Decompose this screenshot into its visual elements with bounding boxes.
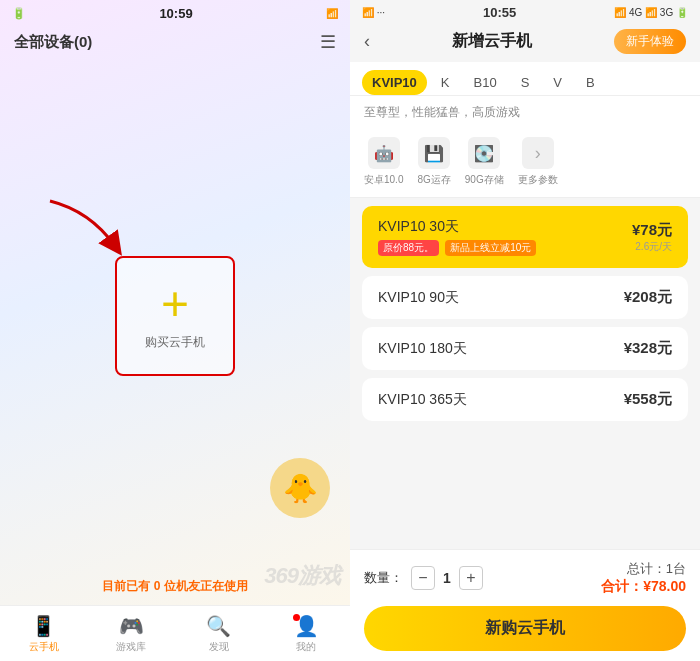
android-label: 安卓10.0: [364, 173, 403, 187]
right-title: 新增云手机: [452, 31, 532, 52]
notification-dot: [293, 614, 300, 621]
right-status-bar: 📶 ··· 10:55 📶 4G 📶 3G 🔋: [350, 0, 700, 23]
plan-30days-price-sub: 2.6元/天: [632, 240, 672, 254]
more-params-label: 更多参数: [518, 173, 558, 187]
left-status-bar: 🔋 10:59 📶: [0, 0, 350, 25]
left-header: 全部设备(0) ☰: [0, 25, 350, 63]
add-device-label: 购买云手机: [145, 334, 205, 351]
more-params-icon: ›: [522, 137, 554, 169]
left-panel: 🔋 10:59 📶 全部设备(0) ☰ + 购买云手机 🐥: [0, 0, 350, 661]
left-status-icons: 📶: [326, 8, 338, 19]
ram-icon: 💾: [418, 137, 450, 169]
right-status-left: 📶 ···: [362, 7, 385, 18]
tabs-row: KVIP10 K B10 S V B: [350, 62, 700, 96]
plan-30days[interactable]: KVIP10 30天 原价88元。 新品上线立减10元 ¥78元 2.6元/天: [362, 206, 688, 268]
device-count-num: 0: [154, 579, 161, 593]
plan-30days-name: KVIP10 30天: [378, 218, 536, 236]
plan-180days-info: KVIP10 180天: [378, 340, 467, 358]
plan-365days-price: ¥558元: [624, 390, 672, 409]
nav-cloud-phone[interactable]: 📱 云手机: [0, 606, 88, 661]
buy-button[interactable]: 新购云手机: [364, 606, 686, 651]
nav-cloud-phone-label: 云手机: [29, 640, 59, 654]
device-count-suffix: 位机友正在使用: [164, 579, 248, 593]
plan-90days-price: ¥208元: [624, 288, 672, 307]
specs-row: 🤖 安卓10.0 💾 8G运存 💽 90G存储 › 更多参数: [350, 129, 700, 198]
ram-label: 8G运存: [417, 173, 450, 187]
tab-b[interactable]: B: [576, 70, 605, 95]
qty-number: 1: [443, 570, 451, 586]
left-status-time: 10:59: [159, 6, 192, 21]
plan-90days[interactable]: KVIP10 90天 ¥208元: [362, 276, 688, 319]
plan-180days[interactable]: KVIP10 180天 ¥328元: [362, 327, 688, 370]
badge-discount: 新品上线立减10元: [445, 240, 536, 256]
duck-mascot: 🐥: [270, 458, 330, 518]
spec-storage: 💽 90G存储: [465, 137, 504, 187]
game-library-icon: 🎮: [119, 614, 144, 638]
spec-ram: 💾 8G运存: [417, 137, 450, 187]
total-section: 总计：1台 合计：¥78.00: [601, 560, 686, 596]
cloud-phone-icon: 📱: [31, 614, 56, 638]
plus-icon: +: [161, 280, 189, 328]
trial-button[interactable]: 新手体验: [614, 29, 686, 54]
left-title: 全部设备(0): [14, 33, 92, 52]
nav-discover-label: 发现: [209, 640, 229, 654]
plan-30days-price: ¥78元: [632, 221, 672, 240]
add-device-box[interactable]: + 购买云手机: [115, 256, 235, 376]
qty-section: 数量： − 1 +: [364, 566, 483, 590]
right-panel: 📶 ··· 10:55 📶 4G 📶 3G 🔋 ‹ 新增云手机 新手体验 KVI…: [350, 0, 700, 661]
nav-mine-label: 我的: [296, 640, 316, 654]
qty-decrease-button[interactable]: −: [411, 566, 435, 590]
plan-365days[interactable]: KVIP10 365天 ¥558元: [362, 378, 688, 421]
nav-game-library[interactable]: 🎮 游戏库: [88, 606, 176, 661]
plan-description: 至尊型，性能猛兽，高质游戏: [350, 96, 700, 129]
total-count: 总计：1台: [627, 560, 686, 578]
plan-180days-name: KVIP10 180天: [378, 340, 467, 358]
arrow-svg: [40, 191, 130, 261]
total-amount: 合计：¥78.00: [601, 578, 686, 596]
nav-mine[interactable]: 👤 我的: [263, 606, 351, 661]
plan-90days-name: KVIP10 90天: [378, 289, 459, 307]
discover-icon: 🔍: [206, 614, 231, 638]
spec-android: 🤖 安卓10.0: [364, 137, 403, 187]
tab-s[interactable]: S: [511, 70, 540, 95]
back-button[interactable]: ‹: [364, 31, 370, 52]
right-status-time: 10:55: [483, 5, 516, 20]
plan-30days-badges: 原价88元。 新品上线立减10元: [378, 240, 536, 256]
nav-discover[interactable]: 🔍 发现: [175, 606, 263, 661]
bottom-nav: 📱 云手机 🎮 游戏库 🔍 发现 👤 我的: [0, 605, 350, 661]
spec-more[interactable]: › 更多参数: [518, 137, 558, 187]
plan-365days-info: KVIP10 365天: [378, 391, 467, 409]
device-count: 目前已有 0 位机友正在使用: [0, 568, 350, 605]
plan-90days-info: KVIP10 90天: [378, 289, 459, 307]
android-icon: 🤖: [368, 137, 400, 169]
badge-original-price: 原价88元。: [378, 240, 439, 256]
right-header: ‹ 新增云手机 新手体验: [350, 23, 700, 62]
plan-180days-price: ¥328元: [624, 339, 672, 358]
tab-kvip10[interactable]: KVIP10: [362, 70, 427, 95]
plan-365days-name: KVIP10 365天: [378, 391, 467, 409]
bottom-bar: 数量： − 1 + 总计：1台 合计：¥78.00 新购云手机: [350, 549, 700, 661]
hamburger-icon[interactable]: ☰: [320, 31, 336, 53]
plans-list: KVIP10 30天 原价88元。 新品上线立减10元 ¥78元 2.6元/天 …: [350, 198, 700, 549]
storage-label: 90G存储: [465, 173, 504, 187]
quantity-row: 数量： − 1 + 总计：1台 合计：¥78.00: [364, 560, 686, 596]
qty-increase-button[interactable]: +: [459, 566, 483, 590]
qty-label: 数量：: [364, 569, 403, 587]
tab-k[interactable]: K: [431, 70, 460, 95]
tab-b10[interactable]: B10: [463, 70, 506, 95]
left-status-left: 🔋: [12, 7, 26, 20]
add-device-area: + 购买云手机 🐥: [0, 63, 350, 568]
nav-game-library-label: 游戏库: [116, 640, 146, 654]
storage-icon: 💽: [468, 137, 500, 169]
right-status-icons: 📶 4G 📶 3G 🔋: [614, 7, 688, 18]
device-count-prefix: 目前已有: [102, 579, 150, 593]
plan-30days-price-block: ¥78元 2.6元/天: [632, 221, 672, 254]
plan-30days-info: KVIP10 30天 原价88元。 新品上线立减10元: [378, 218, 536, 256]
tab-v[interactable]: V: [543, 70, 572, 95]
